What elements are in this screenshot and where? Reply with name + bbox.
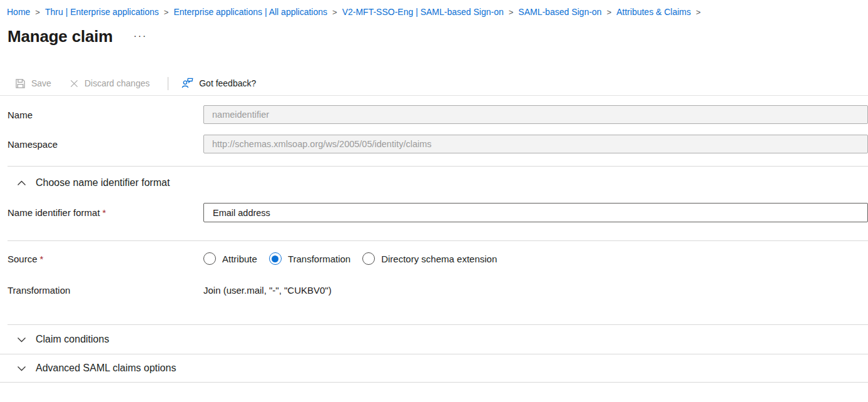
- page-header: Manage claim ···: [0, 26, 868, 47]
- required-asterisk: *: [103, 207, 106, 218]
- namespace-input: [203, 135, 868, 153]
- chevron-up-icon: [17, 180, 26, 186]
- radio-button-icon: [203, 252, 216, 265]
- namespace-row: Namespace: [0, 135, 868, 153]
- radio-button-icon: [362, 252, 375, 265]
- name-identifier-format-dropdown[interactable]: Email address: [203, 203, 868, 222]
- save-icon: [15, 78, 26, 89]
- chevron-right-icon: >: [606, 8, 611, 17]
- dropdown-selected-value: Email address: [213, 208, 270, 218]
- breadcrumb-link-all-applications[interactable]: Enterprise applications | All applicatio…: [173, 7, 327, 17]
- radio-attribute-label: Attribute: [222, 254, 257, 264]
- radio-attribute[interactable]: Attribute: [203, 252, 257, 265]
- transformation-label: Transformation: [8, 285, 203, 296]
- name-row: Name: [0, 105, 868, 124]
- radio-transformation-label: Transformation: [288, 254, 350, 264]
- transformation-row: Transformation Join (user.mail, "-", "CU…: [0, 281, 868, 299]
- got-feedback-button[interactable]: Got feedback?: [181, 78, 256, 89]
- breadcrumb-link-saml-based-sign-on[interactable]: SAML-based Sign-on: [518, 7, 601, 17]
- section-title: Choose name identifier format: [36, 177, 170, 188]
- breadcrumb-link-attributes-claims[interactable]: Attributes & Claims: [616, 7, 691, 17]
- discard-changes-label: Discard changes: [84, 78, 150, 88]
- save-button: Save: [15, 78, 51, 89]
- chevron-right-icon: >: [35, 8, 40, 17]
- section-claim-conditions[interactable]: Claim conditions: [0, 325, 868, 354]
- source-label: Source*: [8, 254, 203, 264]
- name-identifier-format-label: Name identifier format*: [8, 207, 203, 218]
- breadcrumb: Home>Thru | Enterprise applications>Ente…: [0, 0, 868, 17]
- radio-directory-schema-extension[interactable]: Directory schema extension: [362, 252, 497, 265]
- got-feedback-label: Got feedback?: [199, 78, 256, 88]
- section-choose-name-identifier-format[interactable]: Choose name identifier format: [0, 176, 868, 190]
- radio-directory-schema-extension-label: Directory schema extension: [381, 254, 497, 264]
- more-commands-button[interactable]: ···: [133, 33, 147, 39]
- chevron-right-icon: >: [509, 8, 514, 17]
- section-divider: [8, 166, 868, 167]
- name-label: Name: [8, 110, 203, 120]
- chevron-down-icon: [17, 366, 26, 371]
- section-divider: [8, 240, 868, 241]
- page-title: Manage claim: [8, 27, 113, 46]
- toolbar-separator: [168, 77, 168, 90]
- namespace-label: Namespace: [8, 139, 203, 150]
- radio-button-icon: [269, 252, 282, 265]
- discard-changes-button: Discard changes: [69, 78, 150, 88]
- breadcrumb-link-home[interactable]: Home: [7, 7, 30, 17]
- transformation-value: Join (user.mail, "-", "CUKBV0"): [203, 285, 868, 296]
- section-title: Advanced SAML claims options: [36, 363, 176, 374]
- breadcrumb-link-saml-sign-on[interactable]: V2-MFT-SSO-Eng | SAML-based Sign-on: [342, 7, 504, 17]
- breadcrumb-link-app-overview[interactable]: Thru | Enterprise applications: [45, 7, 159, 17]
- feedback-icon: [181, 78, 193, 89]
- name-identifier-format-row: Name identifier format* Email address: [0, 203, 868, 222]
- required-asterisk: *: [40, 254, 44, 264]
- chevron-down-icon: [17, 337, 26, 343]
- radio-transformation[interactable]: Transformation: [269, 252, 350, 265]
- section-advanced-saml-claims-options[interactable]: Advanced SAML claims options: [0, 354, 868, 383]
- section-title: Claim conditions: [36, 334, 109, 345]
- chevron-right-icon: >: [164, 8, 169, 17]
- chevron-right-icon: >: [696, 8, 701, 17]
- dismiss-icon: [69, 79, 79, 88]
- command-bar: Save Discard changes Got feedback?: [0, 73, 868, 96]
- name-input: [203, 105, 868, 124]
- source-row: Source* Attribute Transformation Directo…: [0, 249, 868, 268]
- chevron-right-icon: >: [332, 8, 337, 17]
- save-label: Save: [31, 78, 51, 88]
- source-radio-group: Attribute Transformation Directory schem…: [203, 252, 868, 265]
